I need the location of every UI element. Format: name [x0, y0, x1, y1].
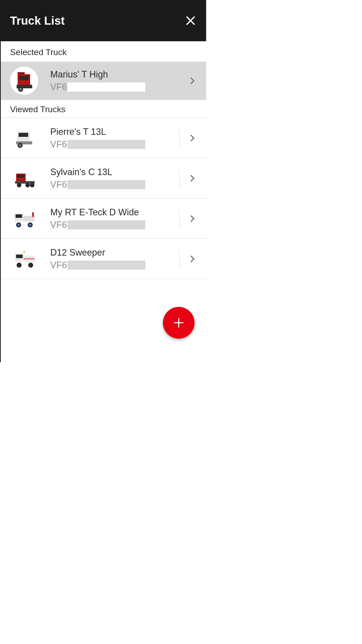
svg-point-27 — [29, 224, 31, 226]
truck-thumbnail — [10, 248, 38, 270]
row-divider — [179, 129, 179, 147]
vin-row: VF6 — [50, 179, 179, 190]
svg-rect-8 — [18, 72, 25, 74]
list-item[interactable]: My RT E-Teck D Wide VF6 — [0, 198, 206, 239]
truck-thumbnail — [10, 127, 38, 149]
truck-name: My RT E-Teck D Wide — [50, 207, 179, 218]
svg-point-7 — [19, 88, 22, 91]
svg-point-17 — [17, 183, 21, 187]
header-bar: Truck List — [0, 0, 206, 41]
vin-prefix: VF6 — [50, 220, 67, 230]
viewed-trucks-header: Viewed Trucks — [0, 100, 206, 118]
svg-point-32 — [17, 263, 22, 268]
truck-icon — [10, 67, 38, 95]
truck-info: Pierre's T 13L VF6 — [50, 127, 179, 150]
truck-info: My RT E-Teck D Wide VF6 — [50, 207, 179, 230]
list-item[interactable]: Sylvain's C 13L VF6 — [0, 158, 206, 198]
close-button[interactable] — [185, 15, 196, 26]
svg-point-34 — [23, 251, 25, 253]
vin-prefix: VF6 — [50, 139, 67, 150]
truck-icon — [10, 127, 38, 149]
truck-name: Marius' T High — [50, 69, 189, 80]
vin-masked — [67, 83, 145, 92]
truck-info: Marius' T High VF6 — [50, 69, 189, 92]
add-truck-button[interactable] — [163, 307, 195, 339]
chevron-right-icon — [189, 77, 196, 85]
svg-rect-23 — [32, 212, 34, 217]
page-title: Truck List — [10, 14, 65, 27]
svg-point-25 — [17, 224, 20, 226]
truck-info: D12 Sweeper VF6 — [50, 247, 179, 270]
row-divider — [179, 250, 179, 268]
truck-thumbnail — [10, 67, 38, 95]
close-icon — [186, 16, 196, 26]
list-item[interactable]: D12 Sweeper VF6 — [0, 239, 206, 279]
chevron-right-icon — [189, 134, 196, 142]
svg-point-18 — [25, 183, 30, 187]
svg-rect-15 — [17, 175, 25, 178]
truck-info: Sylvain's C 13L VF6 — [50, 167, 179, 190]
selected-truck-header: Selected Truck — [0, 41, 206, 62]
vin-masked — [67, 140, 145, 149]
chevron-right-icon — [189, 255, 196, 263]
truck-thumbnail — [10, 167, 38, 190]
vin-masked — [67, 261, 145, 270]
svg-rect-31 — [24, 258, 35, 260]
chevron-right-icon — [189, 175, 196, 182]
vin-row: VF6 — [50, 82, 189, 92]
vin-masked — [67, 220, 145, 229]
svg-point-33 — [28, 263, 33, 268]
vin-masked — [67, 180, 145, 189]
vin-prefix: VF6 — [50, 179, 67, 190]
left-edge — [0, 0, 1, 362]
truck-thumbnail — [10, 207, 38, 230]
truck-icon — [10, 207, 38, 230]
svg-rect-29 — [16, 255, 23, 258]
svg-rect-21 — [16, 214, 22, 218]
svg-point-19 — [30, 183, 34, 187]
viewed-trucks-list: Pierre's T 13L VF6 Sylvain's C 13L — [0, 118, 206, 279]
row-divider — [179, 210, 179, 228]
truck-name: Pierre's T 13L — [50, 127, 179, 137]
svg-rect-10 — [19, 133, 28, 137]
vin-row: VF6 — [50, 139, 179, 150]
vin-row: VF6 — [50, 220, 179, 230]
row-divider — [179, 169, 179, 187]
truck-icon — [10, 248, 38, 270]
vin-row: VF6 — [50, 260, 179, 270]
svg-point-13 — [19, 144, 21, 147]
selected-truck-row[interactable]: Marius' T High VF6 — [0, 62, 206, 100]
plus-icon — [173, 317, 185, 329]
chevron-right-icon — [189, 215, 196, 222]
list-item[interactable]: Pierre's T 13L VF6 — [0, 118, 206, 158]
vin-prefix: VF6 — [50, 82, 67, 92]
truck-name: Sylvain's C 13L — [50, 167, 179, 177]
svg-rect-4 — [19, 76, 29, 80]
truck-icon — [10, 167, 38, 190]
vin-prefix: VF6 — [50, 260, 67, 270]
truck-name: D12 Sweeper — [50, 247, 179, 258]
